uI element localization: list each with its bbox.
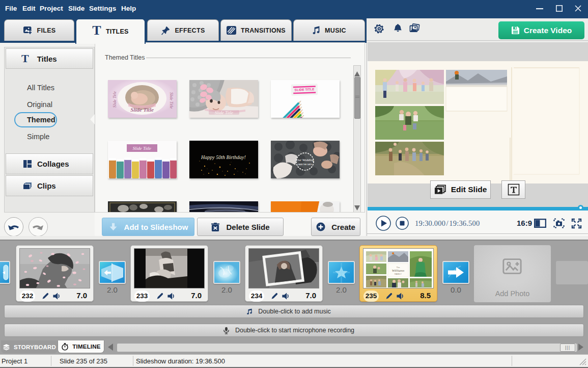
svg-text:SLIDE TITLE: SLIDE TITLE (294, 87, 315, 91)
svg-text:SAVE THE DATE: SAVE THE DATE (298, 164, 312, 166)
svg-text:Williams: Williams (392, 269, 405, 273)
svg-text:Slide Title: Slide Title (215, 110, 233, 115)
svg-text:Slide Title: Slide Title (133, 146, 151, 151)
svg-text:FAMILY: FAMILY (395, 273, 402, 275)
svg-text:Slide Title: Slide Title (130, 107, 154, 113)
svg-text:Happy 50th Birthday!: Happy 50th Birthday! (201, 154, 246, 160)
svg-text:Slide Title: Slide Title (113, 91, 117, 108)
svg-text:Slide Title: Slide Title (169, 92, 174, 109)
svg-text:Our Wedding: Our Wedding (296, 158, 314, 162)
